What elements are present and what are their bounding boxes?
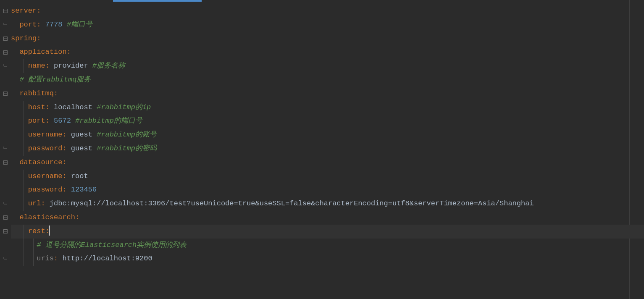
yaml-comment: #服务名称 — [92, 62, 125, 70]
yaml-comment: # 逗号分隔的Elasticsearch实例使用的列表 — [37, 241, 187, 249]
yaml-value: : — [37, 21, 45, 29]
fold-toggle[interactable] — [0, 225, 11, 239]
code-line[interactable]: port: 5672 #rabbitmp的端口号 — [11, 114, 644, 128]
fold-toggle[interactable] — [0, 142, 11, 156]
yaml-comment: #端口号 — [67, 21, 92, 29]
code-line[interactable]: password: 123456 — [11, 183, 644, 197]
yaml-number: 5672 — [54, 117, 75, 125]
fold-toggle — [0, 73, 11, 87]
yaml-key: uris — [37, 254, 54, 262]
code-line[interactable]: host: localhost #rabbitmp的ip — [11, 101, 644, 115]
code-line[interactable]: # 逗号分隔的Elasticsearch实例使用的列表 — [11, 239, 644, 252]
code-line[interactable]: spring: — [11, 32, 644, 46]
yaml-number: 7778 — [45, 21, 67, 29]
yaml-number: 123456 — [71, 186, 97, 194]
fold-toggle — [0, 239, 11, 252]
yaml-value: : — [37, 7, 41, 15]
code-line[interactable]: elasticsearch: — [11, 211, 644, 225]
yaml-key: rabbitmq — [19, 89, 54, 97]
code-line[interactable]: password: guest #rabbitmp的密码 — [11, 142, 644, 156]
yaml-key: url — [28, 199, 41, 207]
yaml-key: elasticsearch — [19, 213, 75, 221]
fold-toggle — [0, 114, 11, 128]
fold-toggle — [0, 170, 11, 184]
yaml-comment: #rabbitmp的密码 — [97, 144, 157, 152]
fold-toggle[interactable] — [0, 32, 11, 46]
yaml-value: : — [37, 34, 41, 42]
yaml-key: server — [11, 7, 37, 15]
code-line[interactable]: server: — [11, 4, 644, 18]
fold-toggle[interactable] — [0, 252, 11, 266]
yaml-value: : — [45, 103, 54, 111]
yaml-key: rest — [28, 227, 45, 235]
yaml-comment: #rabbitmp的端口号 — [75, 117, 142, 125]
yaml-value: : — [62, 172, 71, 180]
code-editor[interactable]: server: port: 7778 #端口号spring: applicati… — [0, 0, 644, 299]
yaml-value: : — [62, 186, 71, 194]
fold-toggle[interactable] — [0, 156, 11, 170]
fold-toggle[interactable] — [0, 59, 11, 73]
yaml-key: datasource — [19, 158, 62, 166]
fold-toggle — [0, 101, 11, 115]
yaml-key: password — [28, 186, 63, 194]
fold-toggle[interactable] — [0, 18, 11, 32]
yaml-value: : — [75, 213, 79, 221]
yaml-comment: #rabbitmp的ip — [97, 103, 151, 111]
yaml-key: name — [28, 62, 45, 70]
code-line[interactable]: username: root — [11, 170, 644, 184]
code-line[interactable]: url: jdbc:mysql://localhost:3306/test?us… — [11, 197, 644, 211]
text-caret — [49, 226, 50, 236]
code-line[interactable]: # 配置rabbitmq服务 — [11, 73, 644, 87]
code-line[interactable]: name: provider #服务名称 — [11, 59, 644, 73]
fold-toggle — [0, 183, 11, 197]
yaml-key: username — [28, 172, 63, 180]
code-line[interactable]: rest: — [11, 225, 644, 239]
code-line[interactable]: rabbitmq: — [11, 87, 644, 101]
yaml-value: provider — [54, 62, 92, 70]
fold-toggle[interactable] — [0, 45, 11, 59]
code-area[interactable]: server: port: 7778 #端口号spring: applicati… — [11, 0, 644, 299]
fold-toggle[interactable] — [0, 211, 11, 225]
yaml-value: : — [54, 89, 58, 97]
yaml-value: jdbc:mysql://localhost:3306/test?useUnic… — [50, 199, 534, 207]
code-line[interactable]: port: 7778 #端口号 — [11, 18, 644, 32]
yaml-key: password — [28, 144, 63, 152]
yaml-value: guest — [71, 131, 97, 139]
yaml-value: : — [54, 254, 62, 262]
yaml-key: port — [28, 117, 45, 125]
yaml-key: application — [19, 48, 66, 56]
yaml-value: : — [67, 48, 71, 56]
yaml-value: root — [71, 172, 88, 180]
yaml-key: username — [28, 131, 63, 139]
yaml-value: : — [62, 144, 71, 152]
yaml-key: spring — [11, 34, 37, 42]
yaml-value: : — [62, 158, 66, 166]
code-line[interactable]: uris: http://localhost:9200 — [11, 252, 644, 266]
yaml-comment: #rabbitmp的账号 — [97, 131, 157, 139]
yaml-value: : — [62, 131, 71, 139]
code-line[interactable]: datasource: — [11, 156, 644, 170]
yaml-key: host — [28, 103, 45, 111]
code-line[interactable]: username: guest #rabbitmp的账号 — [11, 128, 644, 142]
yaml-value: : — [45, 62, 54, 70]
yaml-value: guest — [71, 144, 97, 152]
code-line[interactable]: application: — [11, 45, 644, 59]
gutter — [0, 0, 11, 299]
yaml-value: : — [41, 199, 49, 207]
fold-toggle[interactable] — [0, 197, 11, 211]
yaml-key: port — [19, 21, 37, 29]
yaml-value: : — [45, 117, 54, 125]
yaml-value: http://localhost:9200 — [62, 254, 152, 262]
fold-toggle[interactable] — [0, 4, 11, 18]
fold-toggle[interactable] — [0, 87, 11, 101]
fold-toggle — [0, 128, 11, 142]
yaml-value: localhost — [54, 103, 97, 111]
yaml-comment: # 配置rabbitmq服务 — [19, 76, 91, 84]
